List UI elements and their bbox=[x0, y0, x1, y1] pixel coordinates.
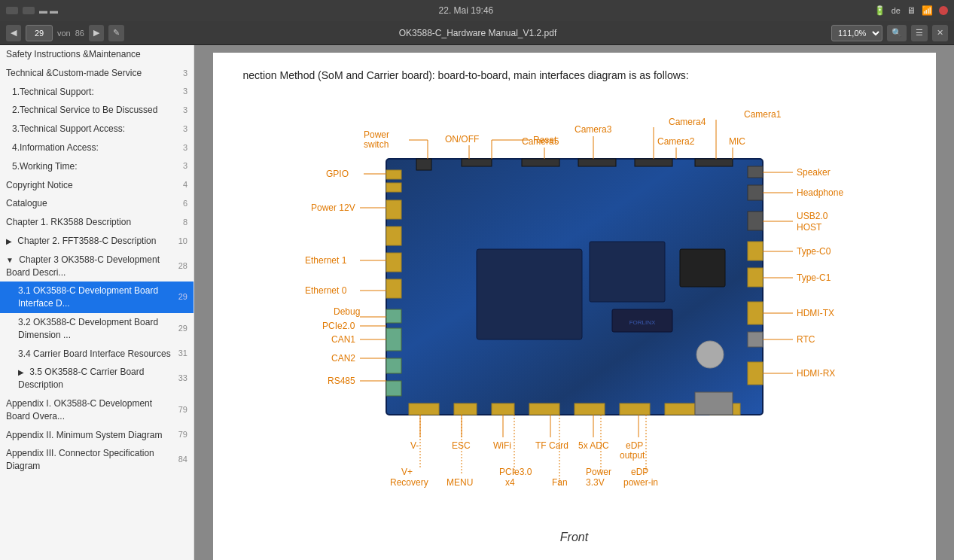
label-camera1: Camera1 bbox=[744, 109, 782, 120]
sidebar-label: 2.Technical Service to Be Discussed bbox=[12, 104, 172, 117]
svg-rect-20 bbox=[748, 268, 763, 287]
sidebar-page: 3 bbox=[172, 105, 187, 116]
prev-page-button[interactable]: ◀ bbox=[6, 25, 21, 41]
search-button[interactable]: 🔍 bbox=[887, 25, 907, 41]
svg-rect-23 bbox=[748, 362, 763, 385]
label-pcie3: PCIe3.0 bbox=[499, 467, 532, 477]
svg-text:3.3V: 3.3V bbox=[586, 477, 605, 488]
sidebar-item-ts4[interactable]: 4.Information Access: 3 bbox=[0, 138, 194, 157]
sidebar-label: ▶ Chapter 2. FFT3588‑C Description bbox=[6, 235, 172, 248]
sidebar-label: ▼ Chapter 3 OK3588-C Development Board D… bbox=[6, 254, 172, 279]
display-icon: 🖥 bbox=[907, 5, 916, 16]
window-control-2[interactable] bbox=[23, 7, 35, 14]
sidebar-item-ch3-4[interactable]: 3.4 Carrier Board Interface Resources 31 bbox=[0, 345, 194, 364]
sidebar-label: Chapter 1. RK3588 Description bbox=[6, 216, 172, 229]
sidebar-item-ts3[interactable]: 3.Technical Support Access: 3 bbox=[0, 120, 194, 138]
sidebar-label: Safety Instructions &Maintenance bbox=[6, 48, 187, 61]
svg-rect-17 bbox=[748, 185, 763, 200]
label-wifi: WiFi bbox=[493, 440, 511, 451]
label-vplus: V+ bbox=[401, 467, 413, 477]
close-button[interactable] bbox=[939, 6, 948, 15]
sidebar-item-appendix2[interactable]: Appendix II. Minimum System Diagram 79 bbox=[0, 426, 194, 445]
sidebar-item-ch3-1[interactable]: 3.1 OK3588-C Development Board Interface… bbox=[0, 282, 194, 313]
zoom-select[interactable]: 111,0% 100% 75% bbox=[831, 25, 882, 41]
sidebar-page: 84 bbox=[172, 454, 187, 465]
sidebar-page: 8 bbox=[172, 217, 187, 228]
label-camera2: Camera2 bbox=[657, 136, 695, 147]
svg-text:output: output bbox=[620, 450, 645, 461]
label-headphone: Headphone bbox=[797, 187, 843, 198]
sidebar-label: ▶ 3.5 OK3588-C Carrier Board Description bbox=[18, 366, 172, 391]
label-typec0: Type-C0 bbox=[797, 246, 831, 257]
label-power33: Power bbox=[586, 467, 611, 477]
label-vminus: V- bbox=[410, 440, 419, 451]
sidebar-item-custom[interactable]: Technical &Custom‑made Service 3 bbox=[0, 64, 194, 83]
svg-rect-22 bbox=[748, 332, 763, 347]
svg-rect-32 bbox=[492, 403, 514, 415]
label-tfcard: TF Card bbox=[535, 440, 568, 451]
edit-button[interactable]: ✎ bbox=[108, 25, 124, 41]
svg-point-39 bbox=[696, 341, 724, 368]
svg-rect-24 bbox=[416, 159, 431, 170]
sidebar-label: 3.4 Carrier Board Interface Resources bbox=[18, 348, 172, 361]
sidebar-item-ch1[interactable]: Chapter 1. RK3588 Description 8 bbox=[0, 213, 194, 232]
sidebar-label: 3.2 OK3588‑C Development Board Dimension… bbox=[18, 316, 172, 342]
svg-rect-27 bbox=[578, 159, 616, 166]
svg-rect-36 bbox=[665, 403, 695, 415]
sidebar-item-safety[interactable]: Safety Instructions &Maintenance bbox=[0, 45, 194, 64]
svg-rect-16 bbox=[748, 166, 763, 178]
sidebar-item-copyright[interactable]: Copyright Notice 4 bbox=[0, 176, 194, 195]
sidebar-item-ch3-2[interactable]: 3.2 OK3588‑C Development Board Dimension… bbox=[0, 313, 194, 345]
sidebar-item-ts1[interactable]: 1.Technical Support: 3 bbox=[0, 83, 194, 102]
page-number-input[interactable] bbox=[26, 25, 53, 41]
board-svg: FORLINX bbox=[243, 99, 906, 520]
label-edppowerin: eDP bbox=[631, 467, 648, 477]
sidebar-page: 29 bbox=[172, 291, 187, 303]
sidebar-page: 3 bbox=[172, 142, 187, 154]
svg-rect-10 bbox=[386, 253, 401, 272]
sidebar-item-ch2[interactable]: ▶ Chapter 2. FFT3588‑C Description 10 bbox=[0, 232, 194, 251]
sidebar: Safety Instructions &Maintenance Technic… bbox=[0, 45, 194, 560]
svg-rect-21 bbox=[748, 302, 763, 324]
page-content: nection Method (SoM and Carrier board): … bbox=[213, 53, 936, 560]
label-rtc: RTC bbox=[797, 334, 815, 345]
content-area[interactable]: nection Method (SoM and Carrier board): … bbox=[194, 45, 954, 560]
close-toolbar-button[interactable]: ✕ bbox=[932, 25, 948, 41]
sidebar-item-appendix1[interactable]: Appendix I. OK3588‑C Development Board O… bbox=[0, 394, 194, 426]
label-speaker: Speaker bbox=[797, 167, 831, 178]
svg-rect-15 bbox=[386, 381, 401, 396]
next-page-button[interactable]: ▶ bbox=[89, 25, 104, 41]
label-gpio: GPIO bbox=[326, 169, 349, 179]
svg-rect-8 bbox=[386, 200, 401, 219]
sidebar-item-ch3-5[interactable]: ▶ 3.5 OK3588-C Carrier Board Description… bbox=[0, 363, 194, 394]
label-adc: 5x ADC bbox=[578, 440, 609, 451]
label-camera5: Camera5 bbox=[522, 136, 559, 147]
label-debug: Debug bbox=[334, 306, 360, 317]
svg-rect-14 bbox=[386, 358, 401, 373]
label-can2: CAN2 bbox=[331, 353, 355, 364]
menu-button[interactable]: ☰ bbox=[911, 25, 928, 41]
label-onoff: ON/OFF bbox=[445, 134, 479, 145]
label-camera3: Camera3 bbox=[575, 124, 612, 135]
window-control[interactable] bbox=[6, 7, 18, 14]
network-icon: 📶 bbox=[922, 5, 933, 16]
sidebar-item-ts2[interactable]: 2.Technical Service to Be Discussed 3 bbox=[0, 101, 194, 120]
sidebar-item-catalogue[interactable]: Catalogue 6 bbox=[0, 194, 194, 213]
svg-rect-1 bbox=[477, 249, 582, 339]
sidebar-page: 3 bbox=[172, 68, 187, 79]
svg-rect-12 bbox=[386, 309, 401, 323]
svg-rect-7 bbox=[386, 183, 401, 192]
svg-rect-30 bbox=[409, 403, 439, 415]
svg-rect-19 bbox=[748, 242, 763, 260]
sidebar-page: 33 bbox=[172, 373, 187, 384]
sidebar-item-ts5[interactable]: 5.Working Time: 3 bbox=[0, 157, 194, 176]
sidebar-page: 29 bbox=[172, 323, 187, 334]
sidebar-item-appendix3[interactable]: Appendix III. Connector Specification Di… bbox=[0, 444, 194, 476]
sidebar-item-ch3[interactable]: ▼ Chapter 3 OK3588-C Development Board D… bbox=[0, 251, 194, 282]
label-camera4: Camera4 bbox=[669, 117, 706, 127]
svg-rect-6 bbox=[386, 170, 401, 179]
svg-rect-9 bbox=[386, 227, 401, 245]
svg-rect-2 bbox=[590, 242, 665, 302]
label-menu: MENU bbox=[447, 477, 473, 488]
sidebar-label: Appendix III. Connector Specification Di… bbox=[6, 447, 172, 473]
